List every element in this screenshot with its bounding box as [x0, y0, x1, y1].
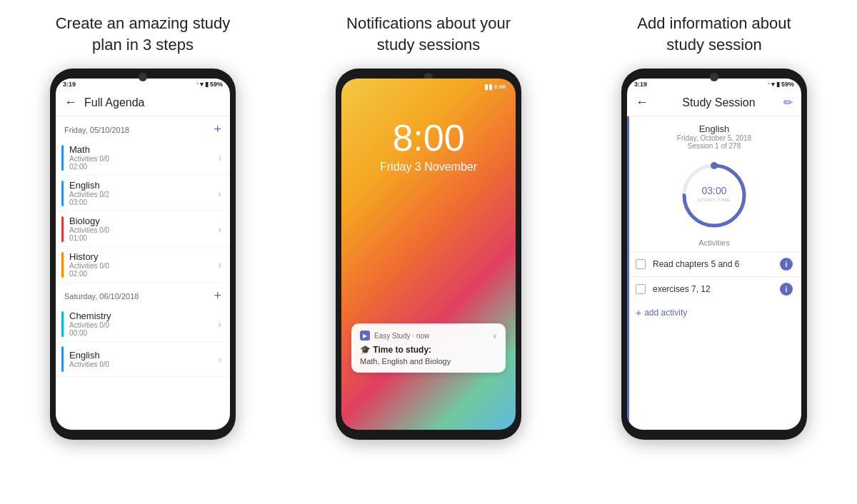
- panel-1: Create an amazing study plan in 3 steps …: [0, 0, 286, 504]
- svg-point-2: [711, 162, 718, 169]
- checkbox-2[interactable]: [636, 284, 646, 294]
- clock-display: 8:00: [341, 119, 516, 156]
- subject-sub-chemistry: Activities 0/0: [69, 321, 218, 329]
- notif-header: ▶ Easy Study · now ∨: [360, 331, 497, 341]
- subject-sub-biology: Activities 0/0: [69, 226, 218, 234]
- list-item[interactable]: Math Activities 0/0 02:00 ›: [56, 140, 230, 176]
- notif-body: Math, English and Biology: [360, 357, 497, 366]
- panel-3-title: Add information about study session: [637, 13, 791, 56]
- notification-card: ▶ Easy Study · now ∨ 🎓 Time to study: Ma…: [351, 323, 506, 373]
- subject-name-chemistry: Chemistry: [69, 311, 218, 321]
- subject-name-english: English: [69, 180, 218, 191]
- timer-svg: 03:00 STUDY TIME: [678, 160, 750, 231]
- lockscreen: ▮▮ 8:00 8:00 Friday 3 November ▶ Easy St…: [341, 79, 516, 430]
- timer-label-text: STUDY TIME: [698, 198, 731, 202]
- signal-icon-3: ▮: [776, 81, 780, 88]
- add-activity-btn[interactable]: + add activity: [627, 301, 801, 324]
- panel-2-title: Notifications about your study sessions: [346, 13, 511, 56]
- subject-time-biology: 01:00: [69, 234, 218, 242]
- list-item[interactable]: Biology Activities 0/0 01:00 ›: [56, 211, 230, 247]
- list-item[interactable]: English Activities 0/2 03:00 ›: [56, 176, 230, 211]
- item-info-chemistry: Chemistry Activities 0/0 00:00: [69, 311, 218, 337]
- item-info-biology: Biology Activities 0/0 01:00: [69, 216, 218, 242]
- list-item[interactable]: History Activities 0/0 02:00 ›: [56, 247, 230, 283]
- info-btn-2[interactable]: i: [780, 283, 793, 296]
- session-date: Friday, October 5, 2018: [627, 134, 801, 142]
- session-subject: English: [627, 124, 801, 134]
- subject-bar-chemistry: [61, 311, 64, 337]
- notif-title: 🎓 Time to study:: [360, 345, 497, 355]
- status-time-3: 3:19: [634, 81, 647, 88]
- activities-label: Activities: [627, 238, 801, 247]
- activity-item[interactable]: Read chapters 5 and 6 i: [627, 251, 801, 276]
- status-time-1: 3:19: [63, 81, 76, 88]
- edit-icon[interactable]: ✏: [783, 96, 793, 109]
- subject-name-history: History: [69, 251, 218, 262]
- app-icon: ▶: [360, 331, 370, 341]
- info-btn-1[interactable]: i: [780, 258, 793, 271]
- status-icons-3: ⋅ ▾ ▮ 59%: [768, 81, 794, 88]
- add-friday[interactable]: +: [214, 122, 221, 137]
- wifi-icon: ▾: [200, 81, 204, 88]
- add-saturday[interactable]: +: [214, 288, 221, 303]
- chevron-english2: ›: [218, 353, 221, 365]
- phone-notch-1: [139, 73, 147, 81]
- chevron-biology: ›: [218, 223, 221, 235]
- signal-icon: ▮: [205, 81, 209, 88]
- chevron-chemistry: ›: [218, 318, 221, 330]
- phone-1: 3:19 ⋅ ▾ ▮ 59% ← Full Agenda Friday, 05/…: [50, 69, 236, 440]
- item-info-english2: English Activities 0/0: [69, 350, 218, 368]
- phone-2: ▮▮ 8:00 8:00 Friday 3 November ▶ Easy St…: [336, 69, 521, 440]
- subject-bar-english: [61, 181, 64, 206]
- date-saturday: Saturday, 06/10/2018: [64, 292, 139, 301]
- item-info-math: Math Activities 0/0 02:00: [69, 144, 218, 171]
- subject-sub-math: Activities 0/0: [69, 155, 218, 163]
- lockscreen-signal: ▮▮: [484, 83, 493, 91]
- agenda-header: ← Full Agenda: [56, 89, 230, 116]
- subject-name-english2: English: [69, 350, 218, 361]
- panel-1-title: Create an amazing study plan in 3 steps: [56, 13, 231, 56]
- add-plus-icon: +: [636, 307, 641, 318]
- activity-item[interactable]: exercises 7, 12 i: [627, 276, 801, 301]
- phone-3: 3:19 ⋅ ▾ ▮ 59% ← Study Session ✏ Engli: [621, 69, 807, 440]
- subject-bar-biology: [61, 216, 64, 242]
- subject-bar-history: [61, 252, 64, 278]
- session-title: Study Session: [654, 96, 783, 109]
- lockscreen-status: ▮▮ 8:00: [341, 79, 516, 91]
- subject-time-english: 03:00: [69, 198, 218, 206]
- date-friday: Friday, 05/10/2018: [64, 126, 129, 134]
- back-icon-1[interactable]: ←: [64, 95, 77, 110]
- session-info: English Friday, October 5, 2018 Session …: [627, 116, 801, 153]
- notif-chevron: ∨: [492, 332, 497, 340]
- battery-icon: 59%: [210, 81, 223, 88]
- session-count: Session 1 of 278: [627, 142, 801, 150]
- notif-app-name: Easy Study · now: [374, 332, 492, 340]
- subject-sub-english: Activities 0/2: [69, 191, 218, 198]
- agenda-title: Full Agenda: [84, 96, 145, 109]
- subject-time-history: 02:00: [69, 270, 218, 278]
- agenda-body: Friday, 05/10/2018 + Math Activities 0/0…: [56, 116, 230, 430]
- activity-name-2: exercises 7, 12: [653, 284, 780, 294]
- chevron-english: ›: [218, 188, 221, 199]
- phone-notch-3: [710, 73, 718, 81]
- activity-name-1: Read chapters 5 and 6: [653, 259, 780, 269]
- list-item[interactable]: Chemistry Activities 0/0 00:00 ›: [56, 306, 230, 342]
- accent-bar: [627, 116, 629, 430]
- panel-2: Notifications about your study sessions …: [286, 0, 571, 504]
- chevron-math: ›: [218, 152, 221, 163]
- checkbox-1[interactable]: [636, 259, 646, 269]
- bluetooth-icon-3: ⋅: [768, 81, 770, 88]
- subject-sub-english2: Activities 0/0: [69, 361, 218, 368]
- add-activity-label: add activity: [644, 308, 687, 318]
- lockscreen-icons: ▮▮ 8:00: [484, 83, 506, 91]
- panel-3: Add information about study session 3:19…: [571, 0, 857, 504]
- list-item[interactable]: English Activities 0/0 ›: [56, 342, 230, 377]
- lockscreen-time-display: 8:00 Friday 3 November: [341, 119, 516, 173]
- subject-name-math: Math: [69, 144, 218, 155]
- session-header: ← Study Session ✏: [627, 89, 801, 116]
- timer-wrap: 03:00 STUDY TIME: [627, 153, 801, 238]
- back-icon-3[interactable]: ←: [636, 95, 648, 110]
- bluetooth-icon: ⋅: [196, 81, 199, 88]
- clock-date: Friday 3 November: [341, 161, 516, 173]
- subject-bar-english2: [61, 346, 64, 372]
